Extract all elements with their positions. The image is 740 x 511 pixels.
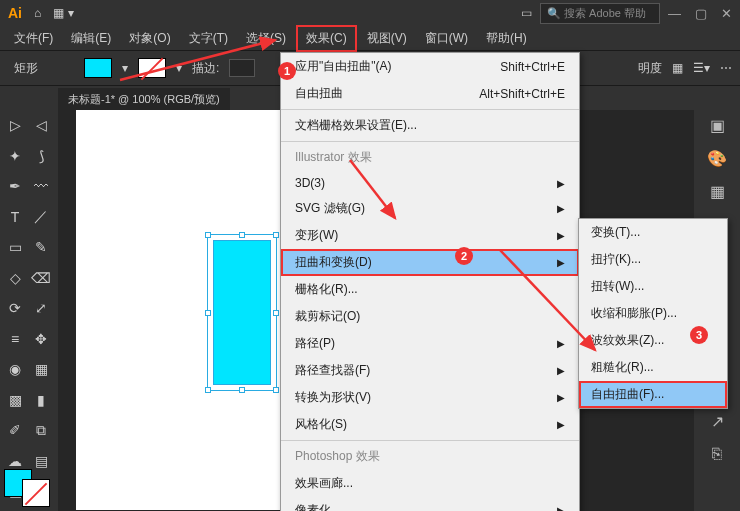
annotation-badge-3: 3 <box>690 326 708 344</box>
menu-header-illustrator: Illustrator 效果 <box>281 144 579 171</box>
menu-type[interactable]: 文字(T) <box>181 27 236 50</box>
type-tool-icon[interactable]: T <box>2 204 28 230</box>
stroke-weight-dropdown[interactable] <box>229 59 254 77</box>
color-panel-icon[interactable]: 🎨 <box>707 149 727 168</box>
fill-dropdown-icon[interactable]: ▾ <box>122 61 128 75</box>
properties-panel-icon[interactable]: ▣ <box>710 116 725 135</box>
opacity-label: 明度 <box>638 60 662 77</box>
curvature-tool-icon[interactable]: 〰 <box>28 173 54 199</box>
menu-effect[interactable]: 效果(C) <box>296 25 357 52</box>
submenu-roughen[interactable]: 粗糙化(R)... <box>579 354 727 381</box>
menu-path[interactable]: 路径(P)▶ <box>281 330 579 357</box>
menu-select[interactable]: 选择(S) <box>238 27 294 50</box>
free-transform-tool-icon[interactable]: ✥ <box>28 326 54 352</box>
submenu-twist[interactable]: 扭拧(K)... <box>579 246 727 273</box>
blend-tool-icon[interactable]: ⧉ <box>28 417 54 443</box>
stroke-dropdown-icon[interactable]: ▾ <box>176 61 182 75</box>
menu-last-effect[interactable]: 自由扭曲Alt+Shift+Ctrl+E <box>281 80 579 107</box>
panel-icon-3[interactable]: ⋯ <box>720 61 732 75</box>
asset-panel-icon[interactable]: ⎘ <box>712 445 722 463</box>
submenu-transform[interactable]: 变换(T)... <box>579 219 727 246</box>
export-panel-icon[interactable]: ↗ <box>711 412 724 431</box>
swatches-panel-icon[interactable]: ▦ <box>710 182 725 201</box>
submenu-free-distort[interactable]: 自由扭曲(F)... <box>579 381 727 408</box>
menu-pathfinder[interactable]: 路径查找器(F)▶ <box>281 357 579 384</box>
menu-object[interactable]: 对象(O) <box>121 27 178 50</box>
tools-panel: ▷ ◁ ✦ ⟆ ✒ 〰 T ／ ▭ ✎ ◇ ⌫ ⟳ ⤢ ≡ ✥ ◉ ▦ ▩ ▮ … <box>0 110 58 511</box>
menu-stylize[interactable]: 风格化(S)▶ <box>281 411 579 438</box>
gradient-tool-icon[interactable]: ▮ <box>28 387 54 413</box>
panel-icon-1[interactable]: ▦ <box>672 61 683 75</box>
search-input[interactable]: 🔍 搜索 Adobe 帮助 <box>540 3 660 24</box>
titlebar: Ai ⌂ ▦ ▾ ▭ 🔍 搜索 Adobe 帮助 — ▢ ✕ <box>0 0 740 26</box>
magic-wand-tool-icon[interactable]: ✦ <box>2 143 28 169</box>
line-tool-icon[interactable]: ／ <box>28 204 54 230</box>
rectangle-tool-icon[interactable]: ▭ <box>2 234 28 260</box>
eraser-tool-icon[interactable]: ⌫ <box>28 265 54 291</box>
menu-warp[interactable]: 变形(W)▶ <box>281 222 579 249</box>
rotate-tool-icon[interactable]: ⟳ <box>2 295 28 321</box>
pen-tool-icon[interactable]: ✒ <box>2 173 28 199</box>
shaper-tool-icon[interactable]: ◇ <box>2 265 28 291</box>
stroke-swatch[interactable] <box>138 58 166 78</box>
menu-convert-shape[interactable]: 转换为形状(V)▶ <box>281 384 579 411</box>
menu-file[interactable]: 文件(F) <box>6 27 61 50</box>
annotation-badge-1: 1 <box>278 62 296 80</box>
app-logo-icon: Ai <box>8 5 22 21</box>
layout-icon[interactable]: ▦ ▾ <box>53 6 73 20</box>
menubar: 文件(F) 编辑(E) 对象(O) 文字(T) 选择(S) 效果(C) 视图(V… <box>0 26 740 50</box>
submenu-arrow-icon: ▶ <box>557 178 565 189</box>
annotation-badge-2: 2 <box>455 247 473 265</box>
scale-tool-icon[interactable]: ⤢ <box>28 295 54 321</box>
eyedropper-tool-icon[interactable]: ✐ <box>2 417 28 443</box>
menu-doc-raster-settings[interactable]: 文档栅格效果设置(E)... <box>281 112 579 139</box>
selection-bounds <box>207 234 277 391</box>
menu-svg-filters[interactable]: SVG 滤镜(G)▶ <box>281 195 579 222</box>
menu-help[interactable]: 帮助(H) <box>478 27 535 50</box>
menu-distort-transform[interactable]: 扭曲和变换(D)▶ <box>281 249 579 276</box>
home-icon[interactable]: ⌂ <box>34 6 41 20</box>
stroke-label: 描边: <box>192 60 219 77</box>
perspective-tool-icon[interactable]: ▦ <box>28 356 54 382</box>
mesh-tool-icon[interactable]: ▩ <box>2 387 28 413</box>
menu-window[interactable]: 窗口(W) <box>417 27 476 50</box>
direct-selection-tool-icon[interactable]: ◁ <box>28 112 54 138</box>
menu-rasterize[interactable]: 栅格化(R)... <box>281 276 579 303</box>
selection-tool-icon[interactable]: ▷ <box>2 112 28 138</box>
distort-transform-submenu: 变换(T)... 扭拧(K)... 扭转(W)... 收缩和膨胀(P)... 波… <box>578 218 728 409</box>
color-swatch-box[interactable] <box>4 469 50 507</box>
menu-pixelate[interactable]: 像素化▶ <box>281 497 579 511</box>
minimize-button[interactable]: — <box>668 6 681 21</box>
width-tool-icon[interactable]: ≡ <box>2 326 28 352</box>
background-swatch[interactable] <box>22 479 50 507</box>
menu-crop-marks[interactable]: 裁剪标记(O) <box>281 303 579 330</box>
menu-header-photoshop: Photoshop 效果 <box>281 443 579 470</box>
doc-icon[interactable]: ▭ <box>521 6 532 20</box>
paintbrush-tool-icon[interactable]: ✎ <box>28 234 54 260</box>
fill-swatch[interactable] <box>84 58 112 78</box>
menu-edit[interactable]: 编辑(E) <box>63 27 119 50</box>
submenu-spin[interactable]: 扭转(W)... <box>579 273 727 300</box>
close-button[interactable]: ✕ <box>721 6 732 21</box>
document-tab[interactable]: 未标题-1* @ 100% (RGB/预览) <box>58 88 230 111</box>
menu-view[interactable]: 视图(V) <box>359 27 415 50</box>
submenu-pucker-bloat[interactable]: 收缩和膨胀(P)... <box>579 300 727 327</box>
maximize-button[interactable]: ▢ <box>695 6 707 21</box>
menu-3d[interactable]: 3D(3)▶ <box>281 171 579 195</box>
menu-effect-gallery[interactable]: 效果画廊... <box>281 470 579 497</box>
shape-label: 矩形 <box>8 58 44 79</box>
lasso-tool-icon[interactable]: ⟆ <box>28 143 54 169</box>
menu-apply-last-effect[interactable]: 应用"自由扭曲"(A)Shift+Ctrl+E <box>281 53 579 80</box>
effect-menu: 应用"自由扭曲"(A)Shift+Ctrl+E 自由扭曲Alt+Shift+Ct… <box>280 52 580 511</box>
panel-icon-2[interactable]: ☰▾ <box>693 61 710 75</box>
shape-builder-tool-icon[interactable]: ◉ <box>2 356 28 382</box>
